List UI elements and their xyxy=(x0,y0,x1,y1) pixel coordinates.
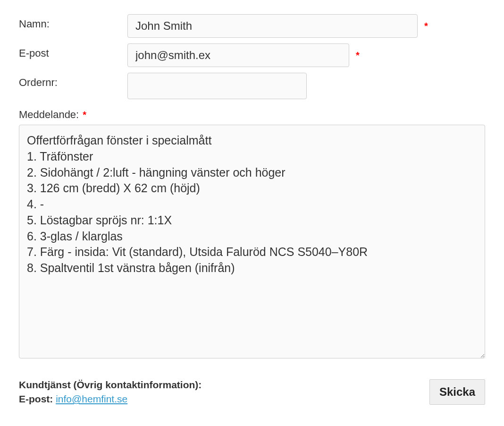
email-input[interactable] xyxy=(127,43,349,67)
required-marker: * xyxy=(356,50,360,61)
contact-email-label: E-post: xyxy=(19,393,56,404)
contact-heading: Kundtjänst (Övrig kontaktinformation): xyxy=(19,379,202,391)
required-marker: * xyxy=(424,21,428,32)
name-label: Namn: xyxy=(19,14,127,30)
contact-info: Kundtjänst (Övrig kontaktinformation): E… xyxy=(19,379,202,405)
submit-button[interactable]: Skicka xyxy=(429,379,485,405)
message-label: Meddelande: xyxy=(19,109,79,121)
email-label: E-post xyxy=(19,43,127,60)
contact-email-link[interactable]: info@hemfint.se xyxy=(56,393,127,404)
required-marker: * xyxy=(83,110,86,120)
order-input[interactable] xyxy=(127,73,307,99)
name-input[interactable] xyxy=(127,14,418,38)
message-textarea[interactable] xyxy=(19,125,485,358)
order-label: Ordernr: xyxy=(19,73,127,89)
